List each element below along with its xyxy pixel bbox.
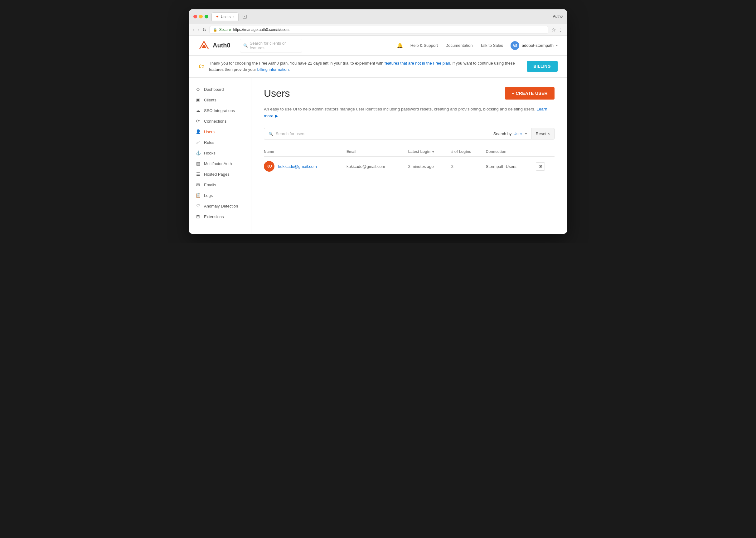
sidebar-item-clients[interactable]: ▣ Clients — [189, 94, 251, 105]
emails-icon: ✉ — [195, 182, 201, 187]
user-latest-login-cell: 2 minutes ago — [408, 157, 451, 176]
chevron-down-icon: ▾ — [525, 132, 527, 135]
sso-icon: ☁ — [195, 108, 201, 113]
close-button[interactable] — [193, 15, 197, 19]
avatar: AS — [510, 41, 519, 50]
tab-title: Users — [221, 15, 230, 19]
sidebar-item-hooks[interactable]: ⚓ Hooks — [189, 148, 251, 158]
sidebar-item-label: Connections — [204, 119, 226, 124]
sidebar-item-users[interactable]: 👤 Users — [189, 127, 251, 137]
sidebar: ⊙ Dashboard ▣ Clients ☁ SSO Integrations… — [189, 78, 251, 234]
sidebar-item-label: Multifactor Auth — [204, 161, 232, 166]
notifications-icon[interactable]: 🔔 — [397, 42, 403, 48]
mfa-icon: ▤ — [195, 161, 201, 166]
menu-icon[interactable]: ⋮ — [558, 27, 563, 33]
hosted-pages-icon: ☰ — [195, 172, 201, 177]
reload-button[interactable]: ↻ — [203, 27, 207, 33]
search-by-value: User — [513, 132, 522, 136]
logo-text: Auth0 — [213, 42, 230, 49]
maximize-button[interactable] — [205, 15, 208, 19]
main-layout: ⊙ Dashboard ▣ Clients ☁ SSO Integrations… — [189, 78, 567, 234]
create-user-button[interactable]: + CREATE USER — [505, 87, 554, 99]
col-connection: Connection — [486, 147, 536, 157]
sidebar-item-extensions[interactable]: ⊞ Extensions — [189, 211, 251, 222]
browser-profile: Auth0 — [553, 14, 563, 19]
logo[interactable]: Auth0 — [198, 40, 230, 51]
page-description: An easy to use UI to help administrators… — [264, 106, 554, 119]
sidebar-item-mfa[interactable]: ▤ Multifactor Auth — [189, 158, 251, 169]
user-action-cell: ✉ — [536, 157, 554, 176]
sidebar-item-emails[interactable]: ✉ Emails — [189, 180, 251, 190]
sidebar-item-hosted-pages[interactable]: ☰ Hosted Pages — [189, 169, 251, 180]
page-title: Users — [264, 88, 290, 99]
users-table: Name Email Latest Login ▾ # of Logins Co… — [264, 147, 554, 176]
user-connection-cell: Stormpath-Users — [486, 157, 536, 176]
sidebar-item-sso[interactable]: ☁ SSO Integrations — [189, 105, 251, 116]
clients-icon: ▣ — [195, 97, 201, 102]
sidebar-item-label: Hooks — [204, 151, 215, 155]
banner-text: Thank you for choosing the Free Auth0 pl… — [209, 60, 522, 73]
search-icon: 🔍 — [243, 43, 248, 48]
billing-button[interactable]: BILLING — [527, 61, 558, 72]
help-support-link[interactable]: Help & Support — [410, 43, 438, 48]
rules-icon: ⇄ — [195, 140, 201, 145]
bookmark-icon[interactable]: ☆ — [551, 27, 556, 33]
sidebar-item-label: Hosted Pages — [204, 172, 229, 177]
auth0-logo-icon — [198, 40, 210, 51]
col-actions — [536, 147, 554, 157]
user-name-cell: KU kukicado@gmail.com — [264, 157, 347, 176]
col-num-logins: # of Logins — [451, 147, 486, 157]
active-tab[interactable]: ✦ Users × — [212, 13, 239, 21]
search-by-dropdown[interactable]: Search by User ▾ — [489, 128, 531, 139]
sidebar-item-label: Clients — [204, 98, 216, 102]
talk-to-sales-link[interactable]: Talk to Sales — [480, 43, 503, 48]
col-name: Name — [264, 147, 347, 157]
chevron-down-icon: ▾ — [556, 44, 558, 47]
connections-icon: ⟳ — [195, 119, 201, 124]
reset-button[interactable]: Reset × — [531, 128, 554, 139]
tab-bar: ✦ Users × ⊡ — [212, 13, 550, 21]
address-input[interactable]: 🔒 Secure https://manage.auth0.com/#/user… — [210, 26, 548, 33]
username: adobot-stormpath — [522, 43, 553, 48]
tab-close-button[interactable]: × — [232, 15, 234, 19]
user-name-link[interactable]: kukicado@gmail.com — [278, 164, 317, 169]
header-nav: 🔔 Help & Support Documentation Talk to S… — [397, 41, 558, 50]
content-area: Users + CREATE USER An easy to use UI to… — [251, 78, 567, 234]
documentation-link[interactable]: Documentation — [446, 43, 473, 48]
free-plan-link[interactable]: features that are not in the Free plan — [385, 61, 450, 66]
minimize-button[interactable] — [199, 15, 203, 19]
col-email: Email — [347, 147, 408, 157]
content-header: Users + CREATE USER — [264, 87, 554, 99]
logs-icon: 📋 — [195, 193, 201, 198]
traffic-lights — [193, 15, 208, 19]
sidebar-item-logs[interactable]: 📋 Logs — [189, 190, 251, 201]
secure-label: Secure — [219, 27, 231, 32]
extensions-icon: ⊞ — [195, 214, 201, 219]
billing-icon: 🗂 — [198, 63, 205, 70]
sidebar-item-dashboard[interactable]: ⊙ Dashboard — [189, 84, 251, 94]
search-placeholder-text: Search for users — [276, 132, 305, 136]
sidebar-item-connections[interactable]: ⟳ Connections — [189, 116, 251, 127]
col-latest-login[interactable]: Latest Login ▾ — [408, 147, 451, 157]
billing-info-link[interactable]: billing information — [257, 67, 289, 72]
user-num-logins-cell: 2 — [451, 157, 486, 176]
sidebar-item-anomaly[interactable]: ♡ Anomaly Detection — [189, 201, 251, 211]
sidebar-item-label: Rules — [204, 140, 214, 145]
new-tab-button[interactable]: ⊡ — [241, 13, 248, 20]
sort-icon: ▾ — [432, 150, 434, 153]
search-by-label: Search by — [494, 132, 512, 136]
back-button[interactable]: ‹ — [193, 27, 194, 32]
sidebar-item-label: Dashboard — [204, 87, 224, 92]
user-avatar: KU — [264, 161, 274, 172]
url-text: https://manage.auth0.com/#/users — [233, 27, 289, 32]
address-actions: ☆ ⋮ — [551, 27, 563, 33]
user-name-row: KU kukicado@gmail.com — [264, 161, 343, 172]
sidebar-item-label: Users — [204, 130, 214, 134]
sidebar-item-rules[interactable]: ⇄ Rules — [189, 137, 251, 148]
user-profile-menu[interactable]: AS adobot-stormpath ▾ — [510, 41, 558, 50]
global-search[interactable]: 🔍 Search for clients or features — [240, 39, 302, 52]
forward-button[interactable]: › — [197, 27, 199, 32]
user-action-button[interactable]: ✉ — [536, 162, 545, 171]
user-search-input[interactable]: 🔍 Search for users — [264, 128, 489, 139]
sidebar-item-label: Emails — [204, 183, 216, 187]
